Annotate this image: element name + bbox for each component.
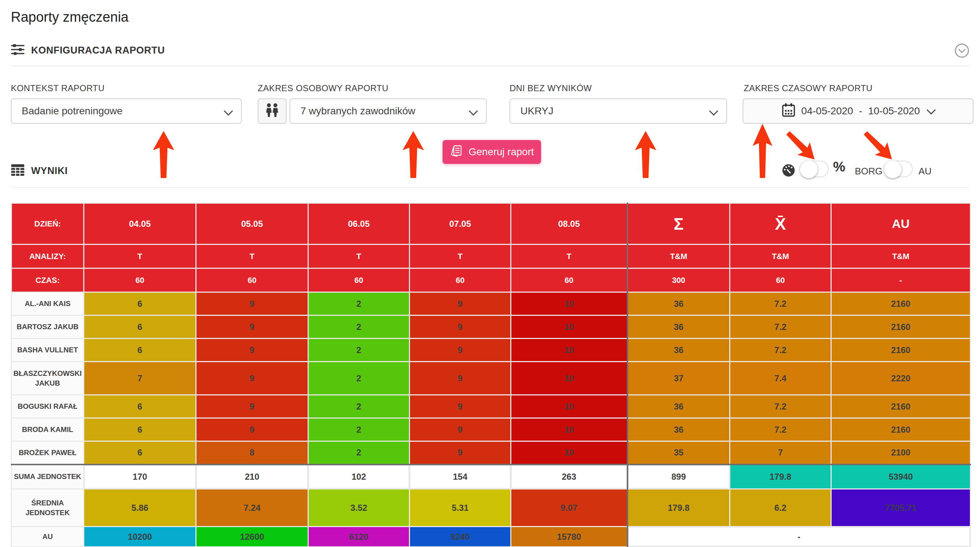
gauge-icon: [782, 164, 795, 179]
value-cell: 6: [84, 339, 196, 362]
page-title: Raporty zmęczenia: [11, 10, 129, 25]
value-cell: 2: [308, 362, 410, 395]
table-row-au: AU 10200 12600 6120 9240 15780 -: [11, 527, 970, 547]
value-cell: 10: [511, 418, 627, 441]
report-pages-icon: [450, 144, 463, 160]
athlete-name: BRODA KAMIL: [11, 418, 84, 441]
table-row-units-sum: SUMA JEDNOSTEK 170 210 102 154 263 899 1…: [11, 464, 970, 489]
value-cell: 9: [410, 292, 511, 315]
table-row-day-header: DZIEŃ: 04.05 05.05 06.05 07.05 08.05 Σ X…: [11, 203, 970, 245]
people-select[interactable]: 7 wybranych zawodników: [290, 99, 487, 124]
table-row-time-header: CZAS: 60 60 60 60 60 300 60 -: [11, 269, 970, 292]
range-field-label: ZAKRES CZASOWY RAPORTU: [744, 83, 872, 93]
au-cell: 53940: [831, 464, 970, 489]
value-cell: 6120: [308, 527, 410, 547]
nodata-select-value: UKRYJ: [520, 105, 553, 117]
mean-cell: 7.2: [730, 339, 831, 362]
sum-cell: 899: [627, 464, 730, 489]
analyses-cell: T&M: [831, 245, 970, 269]
value-cell: 9: [410, 315, 511, 339]
collapse-section-button[interactable]: [954, 43, 970, 60]
value-cell: 9240: [410, 527, 511, 547]
annotation-arrow-up: [402, 131, 425, 178]
value-cell: 9: [196, 418, 308, 441]
row-header: CZAS:: [11, 269, 84, 292]
calendar-icon: [782, 103, 795, 120]
generate-report-button[interactable]: Generuj raport: [442, 140, 541, 164]
people-picker-button[interactable]: [258, 99, 286, 124]
time-cell: 60: [410, 269, 511, 292]
value-cell: 9.07: [511, 489, 627, 527]
chevron-down-icon: [224, 107, 233, 115]
borg-label: BORG: [855, 166, 883, 177]
mean-cell: 7.2: [730, 292, 831, 315]
row-header: ANALIZY:: [11, 245, 84, 269]
results-header: WYNIKI: [11, 164, 68, 178]
athlete-name: BASHA VULLNET: [11, 339, 84, 362]
date-range-from: 04-05-2020: [801, 105, 853, 117]
people-field-label: ZAKRES OSOBOWY RAPORTU: [258, 83, 388, 93]
mean-cell: 7: [730, 441, 831, 464]
value-cell: 5.86: [84, 489, 196, 527]
value-cell: 5.31: [410, 489, 511, 527]
time-cell: 60: [84, 269, 196, 292]
time-cell: 60: [196, 269, 308, 292]
au-cell: 2160: [831, 418, 970, 441]
au-cell: 2160: [831, 292, 970, 315]
value-cell: 10: [511, 315, 627, 339]
nodata-field-label: DNI BEZ WYNIKÓW: [509, 83, 592, 93]
value-cell: 10: [511, 339, 627, 362]
analyses-cell: T&M: [730, 245, 831, 269]
empty-summary-cell: -: [627, 527, 970, 547]
mean-cell: 6.2: [730, 489, 831, 527]
table-row: BASHA VULLNET 6 9 2 9 10 36 7.2 2160: [11, 339, 970, 362]
value-cell: 7.24: [196, 489, 308, 527]
time-cell: 60: [308, 269, 410, 292]
value-cell: 6: [84, 292, 196, 315]
athlete-name: BROŻEK PAWEŁ: [11, 441, 84, 464]
table-row: BŁASZCZYKOWSKI JAKUB 7 9 2 9 10 37 7.4 2…: [11, 362, 970, 395]
analyses-cell: T: [84, 245, 196, 269]
sum-cell: 36: [627, 395, 730, 418]
analyses-cell: T: [308, 245, 410, 269]
value-cell: 2: [308, 292, 410, 315]
date-range-button[interactable]: 04-05-2020 - 10-05-2020: [743, 99, 974, 124]
sum-cell: 179.8: [627, 489, 730, 527]
annotation-arrow-diagonal: [781, 126, 821, 166]
results-table: DZIEŃ: 04.05 05.05 06.05 07.05 08.05 Σ X…: [11, 203, 971, 547]
sum-cell: 37: [627, 362, 730, 395]
day-header: 08.05: [511, 203, 627, 245]
summary-row-label: SUMA JEDNOSTEK: [11, 464, 84, 489]
chevron-down-icon: [469, 107, 478, 115]
context-field-label: KONTEKST RAPORTU: [11, 83, 105, 93]
mean-cell: 7.2: [730, 395, 831, 418]
color-scale-toggle[interactable]: [800, 161, 829, 177]
mean-column-header: X̄: [730, 203, 831, 245]
chevron-down-icon: [926, 105, 935, 114]
value-cell: 2: [308, 441, 410, 464]
people-select-value: 7 wybranych zawodników: [301, 105, 415, 117]
value-cell: 7: [84, 362, 196, 395]
value-cell: 6: [84, 418, 196, 441]
value-cell: 9: [196, 362, 308, 395]
chevron-down-icon: [709, 107, 718, 115]
au-cell: 2100: [831, 441, 970, 464]
value-cell: 2: [308, 395, 410, 418]
context-select[interactable]: Badanie potreningowe: [11, 99, 242, 124]
value-cell: 9: [196, 315, 308, 339]
table-row: BARTOSZ JAKUB 6 9 2 9 10 36 7.2 2160: [11, 315, 970, 339]
nodata-select[interactable]: UKRYJ: [509, 99, 727, 124]
percent-label: %: [833, 159, 845, 175]
table-row-units-average: ŚREDNIA JEDNOSTEK 5.86 7.24 3.52 5.31 9.…: [11, 489, 970, 527]
value-cell: 170: [84, 464, 196, 489]
day-header: 07.05: [410, 203, 511, 245]
summary-row-label: ŚREDNIA JEDNOSTEK: [11, 489, 84, 527]
divider: [11, 65, 970, 66]
au-cell: 2160: [831, 395, 970, 418]
sum-cell: 36: [627, 315, 730, 339]
report-configuration-header: KONFIGURACJA RAPORTU: [11, 43, 165, 57]
value-cell: 2: [308, 315, 410, 339]
value-cell: 10: [511, 395, 627, 418]
generate-report-label: Generuj raport: [469, 146, 534, 158]
value-cell: 10: [511, 441, 627, 464]
